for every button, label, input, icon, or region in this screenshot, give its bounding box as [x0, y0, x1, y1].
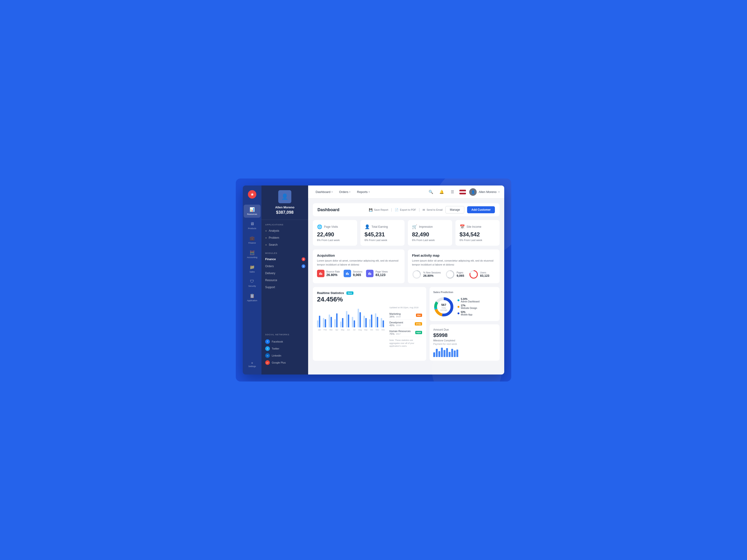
legend-marketing: Marketing 34% 2018 Mar — [389, 311, 422, 320]
right-cards: Sales Prediction — [430, 287, 499, 361]
sidebar-item-security[interactable]: 🛡 Security — [244, 277, 260, 290]
pages-chart — [445, 270, 455, 279]
legend-hr: Human Resources 75% 2017 H&R — [389, 328, 422, 337]
sp-legend-admin: 5.34% Admin Dashboard — [458, 298, 480, 303]
acquisition-card: Acquisition Lorem ipsum dolor sit amet, … — [313, 249, 405, 283]
metric-sessions: Sessions 9,065 — [344, 270, 363, 277]
bounce-rate-value: 26.80% — [326, 273, 340, 277]
amount-due-title: Amount Due — [433, 328, 496, 331]
app-logo[interactable]: ★ — [248, 190, 256, 198]
sidebar-analysis[interactable]: ● Analysis — [261, 227, 308, 234]
social-twitter[interactable]: t Twitter — [265, 345, 304, 352]
fleet-new-sessions: % New Sessions 26.80% — [412, 270, 441, 279]
add-customer-button[interactable]: Add Customer — [467, 206, 495, 213]
orders-badge: 1 — [302, 264, 305, 268]
sidebar-search[interactable]: ● Search — [261, 241, 308, 248]
nav-dashboard[interactable]: Dashboard ▾ — [313, 189, 335, 195]
page-visits-icon: 🌐 — [317, 224, 322, 229]
bar-chart-icon — [346, 272, 349, 275]
send-email-button[interactable]: ✉ Send to Email — [422, 208, 442, 212]
social-facebook[interactable]: f Facebook — [265, 338, 304, 345]
fleet-users: Users 83,123 — [469, 270, 490, 279]
legend-tag-hr: H&R — [415, 331, 422, 334]
sp-legend-website: 17% Website Design — [458, 304, 480, 310]
user-chevron-icon: ▾ — [498, 191, 499, 193]
sessions-label: Sessions — [353, 270, 363, 273]
users-chart — [469, 270, 478, 279]
nav-orders[interactable]: Orders ▾ — [336, 189, 354, 195]
bounce-rate-icon-box — [317, 270, 325, 277]
bar-chart-icon — [319, 272, 323, 275]
bar-labels: Jan Feb Mar Apr May Jun Jul Aug Sep Oc — [317, 329, 386, 331]
stat-change-impression: 6% From Last week — [412, 239, 448, 241]
social-googleplus[interactable]: g+ Google Plus — [265, 359, 304, 366]
sp-title: Sales Prediction — [433, 291, 496, 294]
legend-tag-marketing: Mar — [416, 314, 422, 317]
sidebar-item-resources[interactable]: 📊 Resources — [244, 205, 260, 218]
sidebar-balance: $387,098 — [276, 210, 293, 215]
problem-dot: ● — [265, 236, 267, 239]
icon-bar: ★ 📊 Resources 🖥 Products 💼 Finance 🧮 Acc… — [243, 186, 261, 374]
save-report-button[interactable]: 💾 Save Report — [369, 208, 388, 212]
chevron-down-icon: ▾ — [368, 191, 370, 193]
sidebar-item-accounting[interactable]: 🧮 Accounting — [244, 248, 260, 261]
metric-bounce-rate: Bounce Rate 26.80% — [317, 270, 340, 277]
stat-value-page-visits: 22,490 — [317, 231, 353, 238]
sessions-value: 9,065 — [353, 273, 363, 277]
manage-button[interactable]: Manage — [445, 206, 464, 213]
language-flag[interactable] — [459, 190, 466, 194]
sidebar-module-resource[interactable]: Resource — [261, 277, 308, 284]
social-linkedin[interactable]: in Linkedin — [265, 352, 304, 359]
stat-change-total-earning: 6% From Last week — [365, 239, 401, 241]
notification-button[interactable]: 🔔 — [438, 188, 445, 196]
menu-button[interactable]: ☰ — [449, 188, 456, 196]
svg-rect-2 — [321, 273, 322, 275]
user-profile[interactable]: 👤 Allen Moreno ▾ — [469, 188, 499, 196]
application-icon: 📋 — [250, 293, 255, 298]
sidebar-item-sales[interactable]: 📁 Sales — [244, 262, 260, 275]
stat-label-total-earning: Total Earning — [371, 225, 388, 229]
realtime-content: Jan Feb Mar Apr May Jun Jul Aug Sep Oc — [317, 306, 422, 348]
sp-dot-admin — [458, 299, 459, 301]
stat-card-total-earning: 👤 Total Earning $45,231 6% From Last wee… — [360, 220, 405, 246]
svg-rect-6 — [368, 273, 369, 275]
sidebar-item-products[interactable]: 🖥 Products — [244, 219, 260, 232]
fleet-card: Fleet activity map Lorem ipsum dolor sit… — [408, 249, 499, 283]
svg-rect-8 — [370, 273, 371, 275]
fleet-metrics: % New Sessions 26.80% — [412, 270, 495, 279]
app-shell: ★ 📊 Resources 🖥 Products 💼 Finance 🧮 Acc… — [243, 186, 504, 374]
stat-card-site-income: 📅 Site Income $34,542 6% From Last week — [456, 220, 500, 246]
sidebar-module-orders[interactable]: Orders 1 — [261, 263, 308, 270]
social-networks-section: Social Networks f Facebook t Twitter in … — [261, 330, 308, 370]
sidebar-module-delivery[interactable]: Delivery — [261, 270, 308, 277]
sidebar-module-finance[interactable]: Finance 3 — [261, 256, 308, 263]
stat-label-page-visits: Page Visits — [324, 225, 338, 229]
svg-rect-1 — [320, 272, 321, 275]
bar-chart — [317, 306, 386, 327]
amount-due-value: $5998 — [433, 332, 496, 338]
realtime-legend: Updated at 08:32pm, Aug 2018 Marketing 3… — [389, 306, 422, 348]
sp-dot-website — [458, 306, 459, 308]
nav-reports[interactable]: Reports ▾ — [354, 189, 372, 195]
impression-icon: 🛒 — [412, 224, 417, 229]
sidebar-item-finance[interactable]: 💼 Finance — [244, 233, 260, 246]
stats-row: 🌐 Page Visits 22,490 6% From Last week 👤… — [313, 220, 499, 246]
stat-label-site-income: Site Income — [467, 225, 481, 229]
settings-button[interactable]: ⚙ Settings — [244, 359, 260, 370]
export-pdf-button[interactable]: 📄 Export to PDF — [395, 208, 416, 212]
modules-section-label: MODULES — [261, 248, 308, 256]
total-earning-icon: 👤 — [365, 224, 370, 229]
sp-content: 567 Daily average 5.34% — [433, 296, 496, 317]
acquisition-metrics: Bounce Rate 26.80% — [317, 270, 400, 277]
legend-development: Develpment 49% 2018 DVlp — [389, 320, 422, 328]
legend-note: Note: These statistics are aggregates ov… — [389, 339, 422, 348]
sales-prediction-card: Sales Prediction — [430, 287, 499, 321]
search-button[interactable]: 🔍 — [427, 188, 435, 196]
sales-icon: 📁 — [250, 265, 255, 270]
sp-legend-mobile: 53% Mobile App — [458, 311, 480, 316]
sidebar-item-application[interactable]: 📋 Application — [244, 291, 260, 304]
sidebar-module-support[interactable]: Support — [261, 284, 308, 291]
finance-badge: 3 — [302, 257, 305, 261]
analysis-dot: ● — [265, 229, 267, 232]
sidebar-problem[interactable]: ● Problem — [261, 234, 308, 241]
